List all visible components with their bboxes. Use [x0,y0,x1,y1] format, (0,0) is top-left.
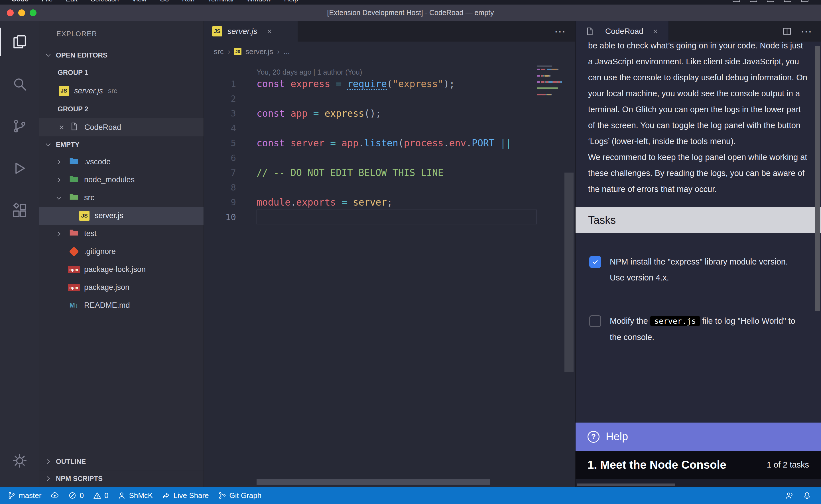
breadcrumb-segment[interactable]: ... [284,47,290,56]
activity-item-run-debug[interactable] [0,147,39,189]
tree-item-test[interactable]: test [39,225,203,243]
activity-item-source-control[interactable] [0,105,39,147]
code-line-10[interactable]: 10 [204,210,537,224]
activity-item-settings[interactable] [0,440,39,482]
open-editors-section-header[interactable]: OPEN EDITORS [39,47,203,63]
vertical-scrollbar[interactable] [564,173,573,372]
file-icon [69,122,79,133]
code-token: . [466,138,472,149]
menu-item-go[interactable]: Go [160,0,169,3]
webview-horizontal-scrollbar[interactable] [577,483,675,486]
menubar-status-icon[interactable] [750,0,757,2]
close-window-button[interactable] [7,9,14,16]
breadcrumb-segment[interactable]: src [214,47,224,56]
section-label: NPM SCRIPTS [56,475,103,483]
tree-item-src[interactable]: src [39,189,203,207]
open-editor-item-server-js[interactable]: JSserver.jssrc [39,82,203,100]
code-line-6[interactable]: 6 [204,150,537,165]
menubar-status-icon[interactable] [801,0,808,2]
tree-item--gitignore[interactable]: .gitignore [39,243,203,261]
code-line-1[interactable]: 1const express = require("express"); [204,76,537,91]
titlebar[interactable]: [Extension Development Host] - CodeRoad … [0,5,821,21]
status-item-live-share[interactable]: Live Share [157,487,213,504]
status-item-cloud-upload[interactable] [46,487,64,504]
codelens-annotation[interactable]: You, 20 days ago | 1 author (You) [204,63,537,76]
help-button[interactable]: ? Help [575,423,821,451]
webview-vertical-scrollbar[interactable] [815,46,820,311]
tree-item--vscode[interactable]: .vscode [39,153,203,171]
tree-item-package-lock-json[interactable]: npmpackage-lock.json [39,261,203,278]
code-line-2[interactable]: 2 [204,91,537,106]
status-item-git-graph[interactable]: Git Graph [214,487,266,504]
status-item-master[interactable]: master [3,487,46,504]
close-tab-button[interactable] [264,26,275,36]
code-line-8[interactable]: 8 [204,180,537,195]
status-bar: master00ShMcKLive ShareGit Graph [0,487,821,504]
code-token [324,138,330,149]
code-line-7[interactable]: 7// -- DO NOT EDIT BELOW THIS LINE [204,165,537,180]
more-actions-button[interactable]: ⋯ [800,26,812,37]
task-checkbox-unchecked[interactable] [589,315,601,327]
close-editor-icon[interactable] [55,121,68,134]
minimap-line [537,91,562,92]
code-line-5[interactable]: 5const server = app.listen(process.env.P… [204,136,537,150]
menu-item-selection[interactable]: Selection [91,0,119,3]
menu-item-window[interactable]: Window [247,0,271,3]
minimap[interactable] [537,65,562,100]
menu-item-code[interactable]: Code [11,0,28,3]
tab-server-js[interactable]: JS server.js [204,21,298,42]
menu-item-edit[interactable]: Edit [66,0,77,3]
status-item-person-voice[interactable] [781,487,798,504]
status-item-label: ShMcK [129,491,153,500]
code-token: express [324,108,364,119]
webview-bottom-strip [575,479,821,487]
breadcrumb-segment[interactable]: server.js [246,47,273,56]
tree-item-node-modules[interactable]: node_modules [39,171,203,189]
more-actions-button[interactable]: ⋯ [554,26,566,37]
menu-item-run[interactable]: Run [182,0,194,3]
code-line-9[interactable]: 9module.exports = server; [204,195,537,210]
code-token [330,78,336,89]
task-checkbox-checked[interactable] [589,256,601,268]
tree-item-readme-md[interactable]: M↓README.md [39,296,203,314]
activity-item-explorer[interactable] [0,21,39,63]
code-token: server [291,138,324,149]
folder-src-folder-icon [68,191,79,204]
tree-item-server-js[interactable]: JSserver.js [39,207,203,225]
section-outline[interactable]: OUTLINE [39,453,203,470]
line-number: 3 [204,108,257,118]
menu-item-terminal[interactable]: Terminal [208,0,234,3]
menu-item-file[interactable]: File [42,0,53,3]
status-item-shmck[interactable]: ShMcK [113,487,157,504]
tasks-heading: Tasks [575,207,821,233]
section-npm-scripts[interactable]: NPM SCRIPTS [39,470,203,487]
tree-item-package-json[interactable]: npmpackage.json [39,278,203,296]
project-section-header[interactable]: EMPTY [39,136,203,153]
menubar-status-icon[interactable] [767,0,774,2]
code-editor[interactable]: You, 20 days ago | 1 author (You) 1const… [204,62,575,487]
horizontal-scrollbar[interactable] [257,479,490,485]
tab-coderoad[interactable]: CodeRoad [575,21,669,42]
zoom-window-button[interactable] [30,9,36,16]
menubar-status-icon[interactable] [733,0,740,2]
code-line-3[interactable]: 3const app = express(); [204,106,537,121]
menubar-status-icon[interactable] [784,0,791,2]
activity-item-search[interactable] [0,63,39,105]
chevron-down-icon [44,52,52,59]
menu-item-help[interactable]: Help [284,0,298,3]
status-item-0[interactable]: 0 [88,487,113,504]
status-item-0[interactable]: 0 [64,487,88,504]
menu-item-view[interactable]: View [132,0,147,3]
line-number: 5 [204,138,257,148]
activity-item-extensions[interactable] [0,189,39,231]
split-editor-icon[interactable] [782,26,792,36]
close-tab-button[interactable] [650,26,661,36]
minimize-window-button[interactable] [18,9,25,16]
git-icon [68,246,80,257]
open-editor-item-coderoad[interactable]: CodeRoad [39,118,203,136]
code-line-4[interactable]: 4 [204,121,537,136]
git-file-icon [69,247,79,257]
status-item-bell[interactable] [798,487,816,504]
task-text-part: Modify the [610,316,650,325]
breadcrumb[interactable]: src›JSserver.js›... [204,42,575,62]
